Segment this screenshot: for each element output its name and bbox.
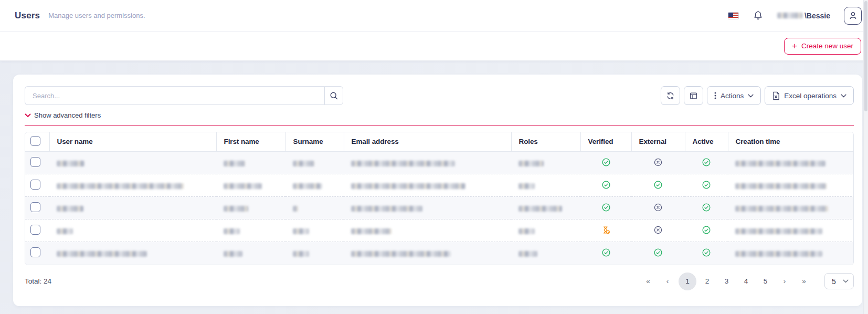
column-header-email[interactable]: Email address — [344, 132, 511, 152]
cell-creation — [728, 219, 854, 242]
chevron-down-icon — [841, 94, 846, 98]
row-checkbox[interactable] — [30, 180, 40, 190]
pagination-last[interactable]: » — [795, 273, 814, 290]
select-all-header — [25, 132, 49, 152]
redacted-email — [351, 251, 451, 257]
row-checkbox[interactable] — [30, 225, 40, 235]
page-action-bar: + Create new user — [0, 32, 868, 61]
row-checkbox[interactable] — [30, 157, 40, 167]
pagination: «‹12345›» — [639, 273, 814, 290]
cell-firstname — [216, 219, 285, 242]
pagination-page-3[interactable]: 3 — [717, 273, 736, 290]
chevron-down-icon — [748, 94, 754, 98]
active-status-cell — [685, 242, 728, 265]
cell-roles — [511, 197, 580, 219]
chevron-down-icon — [25, 113, 31, 118]
row-checkbox[interactable] — [30, 202, 40, 212]
column-header-active[interactable]: Active — [685, 132, 728, 152]
users-table: User nameFirst nameSurnameEmail addressR… — [25, 132, 854, 265]
pagination-page-2[interactable]: 2 — [697, 273, 717, 290]
cell-creation — [728, 152, 854, 174]
actions-dropdown-button[interactable]: Actions — [707, 86, 761, 105]
refresh-button[interactable] — [661, 86, 680, 105]
excel-operations-button[interactable]: Excel operations — [765, 86, 854, 105]
redacted-email — [351, 206, 422, 212]
redacted-firstname — [224, 206, 248, 212]
column-header-external[interactable]: External — [631, 132, 685, 152]
search-icon — [329, 91, 339, 101]
pagination-page-5[interactable]: 5 — [756, 273, 775, 290]
language-flag-icon[interactable] — [728, 12, 739, 19]
cell-firstname — [216, 197, 285, 219]
cross-circle-icon — [653, 158, 663, 167]
redacted-firstname — [224, 161, 245, 166]
pagination-page-4[interactable]: 4 — [736, 273, 756, 290]
profile-avatar-button[interactable] — [844, 7, 862, 25]
redacted-creation — [735, 183, 827, 189]
column-header-surname[interactable]: Surname — [285, 132, 344, 152]
active-status-cell — [685, 197, 728, 219]
active-status-cell — [685, 152, 728, 174]
search-input[interactable] — [25, 86, 324, 105]
pagination-first[interactable]: « — [639, 273, 658, 290]
chevron-down-icon — [843, 279, 849, 283]
check-circle-icon — [653, 248, 663, 257]
pagination-prev[interactable]: ‹ — [658, 273, 678, 290]
cell-username — [49, 174, 216, 197]
create-new-user-button[interactable]: + Create new user — [784, 38, 861, 55]
verified-status-cell — [580, 219, 631, 242]
column-header-verified[interactable]: Verified — [580, 132, 631, 152]
page-size-select[interactable]: 5 — [824, 273, 854, 289]
column-settings-button[interactable] — [684, 86, 703, 105]
table-row[interactable] — [25, 152, 854, 174]
cell-surname — [285, 197, 344, 219]
cell-email — [344, 219, 511, 242]
select-all-checkbox[interactable] — [30, 136, 40, 146]
redacted-email — [351, 228, 391, 234]
redacted-username — [57, 228, 73, 234]
check-circle-icon — [601, 203, 611, 212]
show-advanced-filters-toggle[interactable]: Show advanced filters — [25, 111, 101, 119]
redacted-roles — [518, 206, 562, 212]
search-button[interactable] — [324, 86, 343, 105]
column-header-username[interactable]: User name — [49, 132, 216, 152]
column-header-creation[interactable]: Creation time — [728, 132, 854, 152]
pagination-page-1[interactable]: 1 — [679, 273, 696, 290]
row-checkbox[interactable] — [30, 247, 40, 257]
redacted-roles — [518, 228, 535, 234]
table-row[interactable] — [25, 242, 854, 265]
table-row[interactable] — [25, 174, 854, 197]
page-title: Users — [15, 11, 40, 21]
redacted-surname — [293, 251, 309, 257]
scrollbar-thumb[interactable] — [864, 1, 867, 111]
check-circle-icon — [702, 158, 711, 167]
users-panel: Actions Excel operations — [13, 75, 862, 306]
column-header-firstname[interactable]: First name — [216, 132, 285, 152]
total-count: Total: 24 — [25, 277, 51, 285]
table-row[interactable] — [25, 197, 854, 219]
redacted-surname — [293, 161, 314, 166]
check-circle-icon — [653, 180, 663, 190]
pagination-next[interactable]: › — [775, 273, 795, 290]
redacted-firstname — [224, 251, 242, 257]
check-circle-icon — [601, 180, 611, 190]
row-checkbox-cell — [25, 174, 49, 197]
redacted-username — [57, 183, 184, 189]
redacted-roles — [518, 161, 544, 166]
scrollbar-track[interactable] — [863, 0, 868, 314]
search-group — [25, 86, 343, 105]
cell-surname — [285, 219, 344, 242]
cell-username — [49, 152, 216, 174]
notifications-button[interactable] — [753, 10, 764, 21]
cell-email — [344, 242, 511, 265]
table-row[interactable] — [25, 219, 854, 242]
redacted-username — [57, 206, 83, 212]
redacted-firstname — [224, 183, 262, 189]
cell-email — [344, 197, 511, 219]
external-status-cell — [631, 197, 685, 219]
row-checkbox-cell — [25, 242, 49, 265]
current-user-menu[interactable]: \Bessie — [777, 12, 830, 20]
pending-hourglass-icon — [601, 225, 611, 235]
column-header-roles[interactable]: Roles — [511, 132, 580, 152]
redacted-roles — [518, 251, 537, 257]
